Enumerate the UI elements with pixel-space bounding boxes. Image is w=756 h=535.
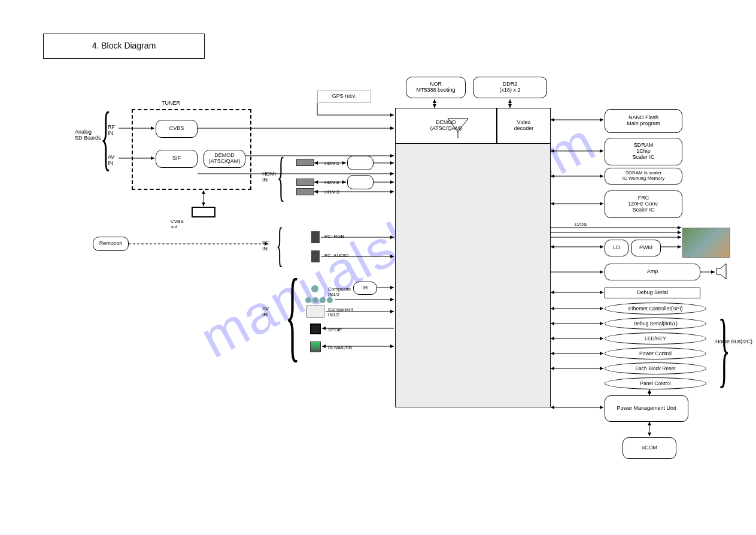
connectors-overlay (0, 0, 756, 535)
